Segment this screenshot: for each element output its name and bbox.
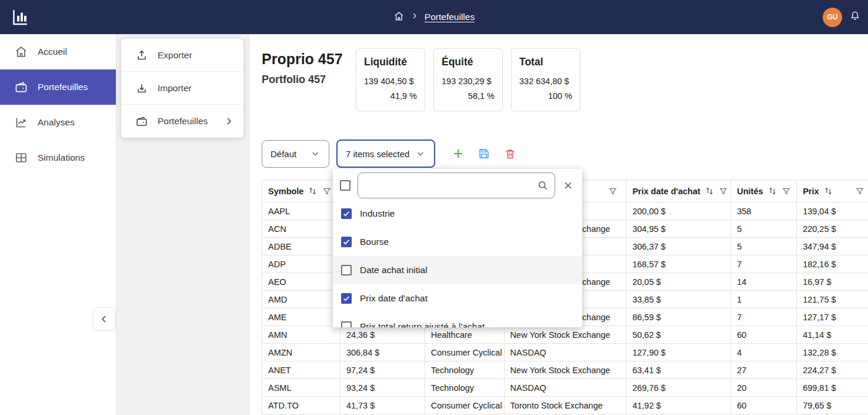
cell-unites: 27: [731, 361, 797, 379]
page-title: Proprio 457: [262, 51, 343, 68]
table-row[interactable]: AMZN 306,84 $ Consumer Cyclical NASDAQ 1…: [262, 344, 868, 361]
stat-card-equite: Équité 193 230,29 $ 58,1 %: [433, 48, 503, 111]
view-select-value: Défaut: [271, 149, 296, 159]
submenu-card: Exporter Importer Portefeuilles: [121, 39, 243, 138]
sort-icon[interactable]: [823, 186, 833, 196]
stat-label: Liquidité: [364, 56, 417, 68]
checkbox-unchecked[interactable]: [341, 321, 352, 327]
sidebar-item-accueil[interactable]: Accueil: [0, 34, 116, 69]
cell-bourse: NASDAQ: [505, 379, 627, 397]
sidebar-item-analyses[interactable]: Analyses: [0, 105, 116, 140]
notifications-bell-icon[interactable]: [849, 10, 861, 24]
cell-symbole: ATD.TO: [262, 397, 340, 414]
check-icon: [342, 238, 350, 246]
cell-bourse: NASDAQ: [505, 344, 627, 361]
chevron-down-icon: [310, 148, 321, 159]
column-header-unites[interactable]: Unités: [731, 180, 797, 202]
dropdown-search: [358, 172, 555, 198]
cell-prix: 224,27 $: [797, 361, 868, 379]
dropdown-option-bourse[interactable]: Bourse: [333, 228, 582, 256]
sidebar-item-simulations[interactable]: Simulations: [0, 140, 116, 175]
column-header-symbole[interactable]: Symbole: [262, 180, 340, 202]
breadcrumb-link-portefeuilles[interactable]: Portefeuilles: [425, 12, 475, 22]
table-row[interactable]: ANET 97,24 $ Technology New York Stock E…: [262, 361, 868, 379]
checkbox-checked[interactable]: [341, 237, 352, 247]
cell-bourse: Toronto Stock Exchange: [505, 397, 627, 414]
chevron-right-icon: [223, 116, 234, 127]
stat-label: Total: [519, 56, 572, 68]
cell-prix: 699,81 $: [797, 379, 868, 397]
sort-icon[interactable]: [767, 186, 777, 196]
dropdown-option-label: Prix total return ajusté à l'achat: [360, 321, 485, 327]
sidebar-item-label: Accueil: [38, 47, 67, 57]
cell-symbole: AME: [262, 308, 340, 326]
submenu-item-portefeuilles[interactable]: Portefeuilles: [121, 105, 243, 138]
columns-dropdown-panel: Industrie Bourse Date achat initial Prix…: [333, 169, 582, 327]
cell-prix: 132,28 $: [797, 344, 868, 361]
sidebar-item-label: Analyses: [38, 117, 75, 128]
app-logo-bar-chart-icon[interactable]: [8, 5, 32, 29]
submenu-item-importer[interactable]: Importer: [121, 72, 243, 105]
checkbox-checked[interactable]: [341, 293, 352, 304]
column-header-prix[interactable]: Prix: [797, 180, 868, 202]
delete-view-button[interactable]: [502, 146, 518, 161]
cell-prix-date-achat: 306,37 $: [626, 238, 731, 255]
cell-unites: 7: [731, 255, 797, 273]
cell-prix: 182,16 $: [797, 255, 868, 273]
dropdown-option-prix-date-achat[interactable]: Prix date d'achat: [333, 284, 582, 313]
table-row[interactable]: ATD.TO 41,73 $ Consumer Cyclical Toronto…: [262, 397, 868, 414]
table-controls: Défaut 7 items selected: [262, 140, 518, 168]
dropdown-option-prix-total-return[interactable]: Prix total return ajusté à l'achat: [333, 313, 582, 327]
save-view-button[interactable]: [476, 146, 492, 161]
checkbox-checked[interactable]: [341, 208, 352, 219]
cell-prix-date-achat: 200,00 $: [626, 202, 731, 220]
column-header-label: Prix: [803, 187, 819, 196]
cell-symbole: ANET: [262, 361, 340, 379]
view-select[interactable]: Défaut: [262, 140, 329, 168]
dropdown-option-date-achat-initial[interactable]: Date achat initial: [333, 256, 582, 284]
filter-icon[interactable]: [608, 187, 617, 196]
plus-icon: [451, 147, 465, 161]
portfolio-submenu-drawer: Exporter Importer Portefeuilles: [116, 34, 249, 415]
cell-prix: 79,65 $: [797, 397, 868, 414]
cell-bourse: New York Stock Exchange: [505, 326, 627, 344]
cell-industrie: Technology: [425, 379, 505, 397]
cell-symbole: AMN: [262, 326, 340, 344]
cell-unites: 358: [731, 202, 797, 220]
cell-industrie: Consumer Cyclical: [425, 344, 505, 361]
cell-unites: 1: [731, 291, 797, 308]
cell-bourse: New York Stock Exchange: [505, 361, 627, 379]
filter-icon[interactable]: [782, 187, 791, 196]
chevron-left-icon: [98, 313, 110, 325]
sidebar-item-portefeuilles[interactable]: Portefeuilles: [0, 69, 116, 105]
select-all-checkbox[interactable]: [340, 180, 350, 191]
column-header-prix-date-achat[interactable]: Prix date d'achat: [626, 180, 731, 202]
add-view-button[interactable]: [450, 146, 466, 161]
cell: 24,36 $: [340, 326, 425, 344]
cell-unites: 60: [731, 326, 797, 344]
wallet-icon: [135, 115, 148, 128]
filter-icon[interactable]: [322, 187, 332, 196]
analytics-icon: [14, 115, 28, 130]
filter-icon[interactable]: [855, 187, 864, 196]
submenu-item-exporter[interactable]: Exporter: [121, 39, 243, 72]
sort-icon[interactable]: [705, 186, 715, 196]
dropdown-search-input[interactable]: [364, 181, 537, 191]
columns-select[interactable]: 7 items selected: [336, 140, 435, 168]
submenu-item-label: Portefeuilles: [158, 116, 208, 127]
dropdown-option-industrie[interactable]: Industrie: [333, 200, 582, 228]
table-row[interactable]: AMN 24,36 $ Healthcare New York Stock Ex…: [262, 326, 868, 344]
chevron-right-icon: [410, 12, 419, 22]
sort-icon[interactable]: [308, 186, 318, 196]
home-icon[interactable]: [393, 11, 405, 24]
cell-symbole: AMD: [262, 291, 340, 308]
cell-prix-date-achat: 50,62 $: [626, 326, 731, 344]
cell-prix-date-achat: 41,92 $: [626, 397, 731, 414]
close-icon[interactable]: [562, 180, 574, 191]
cell-prix-date-achat: 304,95 $: [626, 220, 731, 238]
filter-icon[interactable]: [719, 187, 728, 196]
sidebar-collapse-button[interactable]: [93, 307, 115, 331]
checkbox-unchecked[interactable]: [341, 265, 352, 275]
table-row[interactable]: ASML 93,24 $ Technology NASDAQ 269,76 $ …: [262, 379, 868, 397]
user-avatar[interactable]: GU: [823, 8, 842, 27]
